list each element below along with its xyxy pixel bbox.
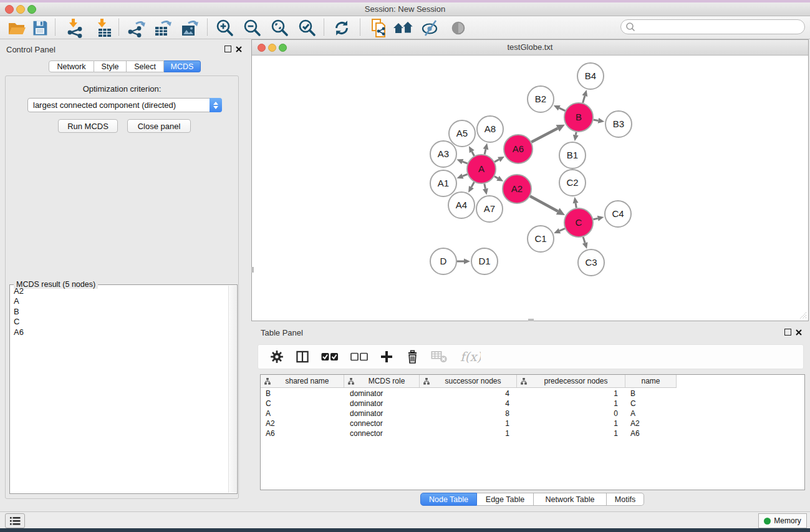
table-settings-button[interactable] <box>269 348 284 365</box>
node-table[interactable]: shared nameMCDS rolesuccessor nodesprede… <box>260 374 805 490</box>
tab-network[interactable]: Network <box>49 60 94 72</box>
arrowhead-icon <box>598 118 605 123</box>
criterion-dropdown[interactable]: largest connected component (directed) <box>27 98 222 112</box>
toolbar-separator <box>118 19 119 36</box>
import-table-button[interactable] <box>93 18 114 38</box>
float-table-panel-icon[interactable] <box>784 329 791 336</box>
table-cell: 4 <box>420 399 517 409</box>
zoom-window-button[interactable] <box>27 5 36 14</box>
tab-node-table[interactable]: Node Table <box>420 493 477 506</box>
edge-A-A5[interactable] <box>472 152 475 156</box>
tab-style[interactable]: Style <box>94 60 127 72</box>
delete-table-button[interactable] <box>430 348 448 365</box>
edge-A-A4[interactable] <box>471 182 474 187</box>
table-row[interactable]: Adominator80A <box>261 409 677 418</box>
edge-A-A6[interactable] <box>494 160 499 162</box>
hide-graphics-details-button[interactable] <box>420 18 441 38</box>
edge-A-A1[interactable] <box>463 174 468 176</box>
edge-C-C4[interactable] <box>593 218 597 220</box>
tab-motifs[interactable]: Motifs <box>607 493 644 506</box>
table-row[interactable]: Bdominator41B <box>261 389 677 399</box>
edge-B-B4[interactable] <box>583 96 585 103</box>
import-network-button[interactable] <box>64 18 85 38</box>
add-column-button[interactable] <box>379 348 394 365</box>
edge-A-A8[interactable] <box>485 149 486 154</box>
deselect-all-button[interactable] <box>350 348 369 365</box>
close-window-button[interactable] <box>5 5 14 14</box>
result-list-scrollbar[interactable] <box>228 286 236 493</box>
close-panel-icon[interactable] <box>236 46 242 52</box>
close-table-panel-icon[interactable] <box>796 329 802 336</box>
edge-B-B3[interactable] <box>594 120 599 120</box>
result-list-item[interactable]: A6 <box>11 327 229 337</box>
delete-column-button[interactable] <box>405 348 420 365</box>
column-header-MCDS-role[interactable]: MCDS role <box>344 375 420 387</box>
dropdown-stepper-icon <box>210 98 222 112</box>
clone-network-button[interactable] <box>368 18 389 38</box>
edge-C-C1[interactable] <box>559 228 565 231</box>
edge-A2-C[interactable] <box>530 196 558 211</box>
edge-B-B1[interactable] <box>576 132 576 135</box>
export-network-button[interactable] <box>125 18 147 38</box>
result-list-item[interactable]: A2 <box>11 286 229 296</box>
node-label-C3: C3 <box>585 257 597 268</box>
close-panel-button[interactable]: Close panel <box>127 119 191 133</box>
zoom-fit-button[interactable] <box>269 18 291 38</box>
table-cell: 1 <box>517 389 625 399</box>
column-header-name[interactable]: name <box>625 375 677 387</box>
table-row[interactable]: A2connector11A2 <box>261 418 677 428</box>
function-builder-button[interactable]: f(x) <box>458 348 481 365</box>
resize-grip-icon[interactable] <box>798 311 807 319</box>
table-row[interactable]: Cdominator41C <box>261 399 677 409</box>
edge-A-A3[interactable] <box>463 162 468 163</box>
show-graphics-details-button[interactable] <box>448 18 469 38</box>
refresh-button[interactable] <box>331 18 352 38</box>
table-cell: dominator <box>344 399 420 409</box>
run-mcds-button[interactable]: Run MCDS <box>58 119 118 133</box>
edge-A6-B[interactable] <box>531 128 557 142</box>
eye-slash-icon <box>420 18 440 38</box>
result-list-item[interactable]: B <box>11 307 229 317</box>
open-file-button[interactable] <box>6 18 27 38</box>
network-zoom-button[interactable] <box>279 44 287 52</box>
edge-A-A2[interactable] <box>494 177 498 178</box>
tab-mcds[interactable]: MCDS <box>164 60 201 72</box>
edge-C-C2[interactable] <box>576 203 576 208</box>
show-panels-button[interactable] <box>5 513 25 528</box>
export-image-button[interactable] <box>179 18 200 38</box>
minimize-window-button[interactable] <box>16 5 25 14</box>
network-minimize-button[interactable] <box>268 44 276 52</box>
mcds-result-list[interactable]: A2ABCA6 <box>11 286 229 493</box>
memory-button[interactable]: Memory <box>758 513 807 528</box>
result-list-item[interactable]: A <box>11 296 229 306</box>
table-row[interactable]: A6connector11A6 <box>261 428 677 438</box>
table-cell: 1 <box>420 428 517 438</box>
network-graph[interactable]: B4B2BB3A8A5A6A3B1AA1C2A2A4A7C4CC1DD1C3 <box>253 56 808 321</box>
search-input[interactable] <box>639 21 804 32</box>
home-layout-button[interactable] <box>393 18 414 38</box>
zoom-out-button[interactable] <box>242 18 263 38</box>
save-session-button[interactable] <box>29 18 51 38</box>
table-cell: 1 <box>517 418 625 428</box>
toolbar-separator <box>324 19 324 36</box>
tab-edge-table[interactable]: Edge Table <box>477 493 534 506</box>
column-header-shared-name[interactable]: shared name <box>261 375 344 387</box>
column-header-successor-nodes[interactable]: successor nodes <box>420 375 517 387</box>
table-cell: connector <box>344 418 420 428</box>
tab-select[interactable]: Select <box>127 60 164 72</box>
toolbar-separator <box>55 19 55 36</box>
export-table-button[interactable] <box>152 18 173 38</box>
split-panel-button[interactable] <box>295 348 310 365</box>
select-all-button[interactable] <box>321 348 339 365</box>
edge-A-A7[interactable] <box>485 184 486 189</box>
zoom-selected-button[interactable] <box>297 18 318 38</box>
tab-network-table[interactable]: Network Table <box>534 493 607 506</box>
result-list-item[interactable]: C <box>11 317 229 327</box>
column-header-predecessor-nodes[interactable]: predecessor nodes <box>517 375 625 387</box>
zoom-in-button[interactable] <box>215 18 236 38</box>
float-panel-icon[interactable] <box>224 46 231 52</box>
edge-B-B2[interactable] <box>559 108 566 111</box>
network-window-titlebar[interactable]: testGlobe.txt <box>252 40 808 56</box>
edge-C-C3[interactable] <box>583 237 585 243</box>
network-close-button[interactable] <box>258 44 266 52</box>
